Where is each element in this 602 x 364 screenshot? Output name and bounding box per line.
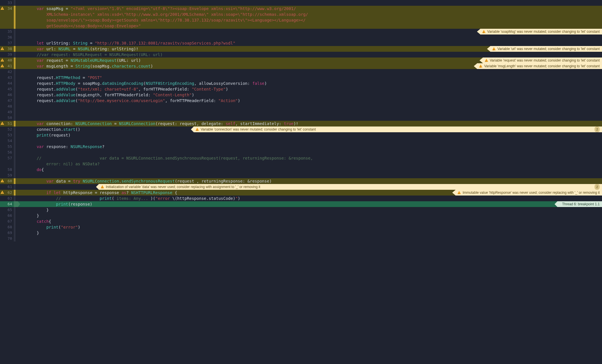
line-number[interactable]: 60 [0, 178, 14, 184]
code-content[interactable] [16, 150, 602, 155]
line-number[interactable]: 42 [0, 69, 14, 75]
line-number[interactable]: 63 [0, 196, 14, 201]
code-line[interactable]: error: nil) as NSData? [0, 161, 602, 167]
code-content[interactable]: request.addValue("text/xml; charset=utf-… [16, 86, 602, 92]
code-content[interactable]: print(request) [16, 132, 602, 138]
line-number[interactable]: 66 [0, 213, 14, 219]
code-line[interactable]: 36 [0, 35, 602, 40]
line-number[interactable] [0, 23, 14, 29]
line-number[interactable]: 52 [0, 127, 14, 132]
code-line[interactable]: 68 print("error") [0, 224, 602, 230]
code-line[interactable]: 44 request.HTTPBody = soapMsg.dataUsingE… [0, 81, 602, 86]
code-line[interactable]: 57 // var data = NSURLConnection.sendSyn… [0, 155, 602, 161]
line-number[interactable]: 57 [0, 155, 14, 161]
code-line[interactable]: 69 } [0, 230, 602, 236]
code-line[interactable]: 43 request.HTTPMethod = "POST" [0, 75, 602, 81]
code-line[interactable]: 35Variable 'soapMsg' was never mutated; … [0, 29, 602, 35]
code-line[interactable]: 49 [0, 109, 602, 115]
line-number[interactable]: 43 [0, 75, 14, 81]
line-number[interactable]: 33 [0, 0, 14, 6]
code-content[interactable] [16, 236, 602, 242]
code-line[interactable]: 37 let urlString: String = "http://78.38… [0, 40, 602, 46]
code-line[interactable]: 48 [0, 104, 602, 109]
code-line[interactable]: 52 connection.start()Variable 'connectio… [0, 127, 602, 132]
line-number[interactable]: 69 [0, 230, 14, 236]
code-content[interactable] [16, 173, 602, 178]
line-number[interactable]: 68 [0, 224, 14, 230]
line-number[interactable]: 46 [0, 92, 14, 98]
warning-banner[interactable]: Variable 'msgLength' was never mutated; … [477, 63, 602, 69]
code-content[interactable]: Initialization of variable 'data' was ne… [16, 184, 602, 190]
line-number[interactable]: 37 [0, 40, 14, 46]
code-line[interactable]: 63 // print( items: Any... )("error \(ht… [0, 196, 602, 201]
code-editor[interactable]: 3334 var soapMsg = "<?xml version=\"1.0\… [0, 0, 602, 242]
line-number[interactable] [0, 12, 14, 17]
code-content[interactable]: soap/envelope/\"><soap:Body><getSounds x… [16, 17, 602, 23]
code-content[interactable] [16, 104, 602, 109]
code-line[interactable]: 47 request.addValue("http://bee.myservic… [0, 98, 602, 104]
line-number[interactable]: 59 [0, 173, 14, 178]
code-content[interactable]: connection.start()Variable 'connection' … [16, 127, 602, 132]
line-number[interactable]: 67 [0, 219, 14, 224]
code-line[interactable]: 70 [0, 236, 602, 242]
breakpoint-label[interactable]: Thread 6: breakpoint 1.1 [557, 201, 602, 207]
code-line[interactable]: 59 [0, 173, 602, 178]
code-line[interactable]: 34 var soapMsg = "<?xml version=\"1.0\" … [0, 6, 602, 12]
code-line[interactable]: 58 do{ [0, 167, 602, 173]
line-number[interactable]: 45 [0, 86, 14, 92]
code-content[interactable]: var soapMsg = "<?xml version=\"1.0\" enc… [16, 6, 602, 12]
line-number[interactable]: 62 [0, 190, 14, 196]
code-line[interactable]: 46 request.addValue(msgLength, forHTTPHe… [0, 92, 602, 98]
code-line[interactable]: 38 var url: NSURL = NSURL(string: urlStr… [0, 46, 602, 52]
line-number[interactable]: 41 [0, 63, 14, 69]
code-content[interactable] [16, 69, 602, 75]
line-number[interactable]: 55 [0, 144, 14, 150]
code-content[interactable] [16, 109, 602, 115]
line-number[interactable]: 54 [0, 138, 14, 144]
code-line[interactable]: 51 var connection: NSURLConnection = NSU… [0, 121, 602, 127]
line-number[interactable]: 35 [0, 29, 14, 35]
code-content[interactable]: request.addValue("http://bee.myservice.c… [16, 98, 602, 104]
line-number[interactable]: 70 [0, 236, 14, 242]
code-line[interactable]: 67 catch{ [0, 219, 602, 224]
code-content[interactable]: var url: NSURL = NSURL(string: urlString… [16, 46, 602, 52]
line-number[interactable]: 58 [0, 167, 14, 173]
code-content[interactable] [16, 138, 602, 144]
code-line[interactable]: 65 } [0, 207, 602, 213]
code-line[interactable]: 53 print(request) [0, 132, 602, 138]
code-content[interactable]: request.addValue(msgLength, forHTTPHeade… [16, 92, 602, 98]
line-number[interactable]: 50 [0, 115, 14, 121]
line-number[interactable]: 53 [0, 132, 14, 138]
code-content[interactable]: var msgLength = String(soapMsg.character… [16, 63, 602, 69]
line-number[interactable]: 49 [0, 109, 14, 115]
code-line[interactable]: 60 var data = try NSURLConnection.sendSy… [0, 178, 602, 184]
code-line[interactable]: 56 [0, 150, 602, 155]
code-line[interactable]: 66 } [0, 213, 602, 219]
code-content[interactable]: let urlString: String = "http://78.38.13… [16, 40, 602, 46]
code-content[interactable]: request.HTTPBody = soapMsg.dataUsingEnco… [16, 81, 602, 86]
line-number[interactable]: 61 [0, 184, 14, 190]
line-number[interactable]: 44 [0, 81, 14, 86]
code-content[interactable]: var request = NSMutableURLRequest(URL: u… [16, 58, 602, 63]
line-number[interactable]: 51 [0, 121, 14, 127]
code-content[interactable]: request.HTTPMethod = "POST" [16, 75, 602, 81]
code-content[interactable]: catch{ [16, 219, 602, 224]
code-line[interactable]: 55 var response: NSURLResponse? [0, 144, 602, 150]
code-line[interactable]: soap/envelope/\"><soap:Body><getSounds x… [0, 17, 602, 23]
code-content[interactable] [16, 0, 602, 6]
warning-banner[interactable]: Immutable value 'httpResponse' was never… [455, 190, 602, 196]
warning-banner[interactable]: Variable 'connection' was never mutated;… [194, 127, 602, 132]
code-content[interactable]: } [16, 207, 602, 213]
code-content[interactable]: var data = try NSURLConnection.sendSynch… [16, 178, 602, 184]
warning-banner[interactable]: Variable 'soapMsg' was never mutated; co… [480, 29, 602, 35]
code-line[interactable]: XMLSchema-instance\" xmlns:xsd=\"http://… [0, 12, 602, 17]
code-line[interactable]: 33 [0, 0, 602, 6]
code-content[interactable]: } [16, 213, 602, 219]
code-content[interactable]: Variable 'soapMsg' was never mutated; co… [16, 29, 602, 35]
code-content[interactable]: if let httpResponse = response as? NSHTT… [16, 190, 602, 196]
code-content[interactable] [16, 35, 602, 40]
code-content[interactable]: error: nil) as NSData? [16, 161, 602, 167]
line-number[interactable] [0, 161, 14, 167]
code-line[interactable]: 45 request.addValue("text/xml; charset=u… [0, 86, 602, 92]
code-line[interactable]: 42 [0, 69, 602, 75]
